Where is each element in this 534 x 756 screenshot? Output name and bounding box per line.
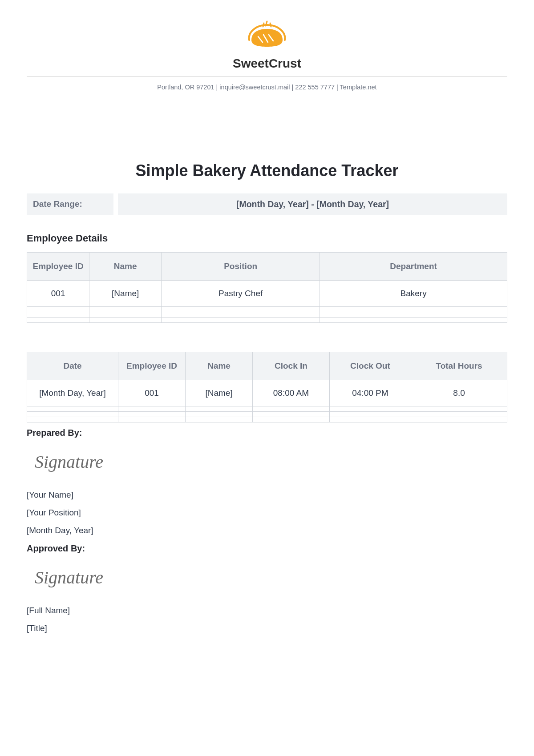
contact-info-line: Portland, OR 97201 | inquire@sweetcrust.… <box>27 82 507 92</box>
table-row-empty <box>27 417 507 422</box>
logo-container: SweetCrust <box>27 18 507 71</box>
table-row-empty <box>27 406 507 412</box>
document-header: SweetCrust Portland, OR 97201 | inquire@… <box>27 18 507 113</box>
cell-employee-id: 001 <box>27 281 89 307</box>
header-divider-top <box>27 76 507 76</box>
cell-name: [Name] <box>186 380 253 406</box>
approved-by-signature: Signature <box>35 567 507 588</box>
cell-clock-out: 04:00 PM <box>329 380 411 406</box>
table-row-empty <box>27 312 507 318</box>
employee-details-table: Employee ID Name Position Department 001… <box>27 252 507 323</box>
cell-department: Bakery <box>320 281 507 307</box>
date-range-gap <box>113 193 118 215</box>
attendance-table: Date Employee ID Name Clock In Clock Out… <box>27 352 507 422</box>
table-header-row: Date Employee ID Name Clock In Clock Out… <box>27 352 507 380</box>
header-divider-bottom <box>27 98 507 98</box>
bakery-logo-icon <box>243 18 291 51</box>
col-header-date: Date <box>27 352 118 380</box>
prepared-by-signature: Signature <box>35 451 507 472</box>
col-header-total-hours: Total Hours <box>411 352 507 380</box>
brand-name: SweetCrust <box>233 56 301 71</box>
cell-clock-in: 08:00 AM <box>253 380 330 406</box>
approved-by-section: Approved By: Signature [Full Name] [Titl… <box>27 543 507 633</box>
prepared-by-label: Prepared By: <box>27 428 507 438</box>
date-range-bar: Date Range: [Month Day, Year] - [Month D… <box>27 193 507 215</box>
table-row-empty <box>27 307 507 312</box>
document-title: Simple Bakery Attendance Tracker <box>27 161 507 180</box>
date-range-label: Date Range: <box>27 193 113 215</box>
col-header-employee-id: Employee ID <box>118 352 186 380</box>
approved-by-name: [Full Name] <box>27 606 507 615</box>
cell-date: [Month Day, Year] <box>27 380 118 406</box>
col-header-name: Name <box>186 352 253 380</box>
cell-total-hours: 8.0 <box>411 380 507 406</box>
col-header-clock-out: Clock Out <box>329 352 411 380</box>
prepared-by-name: [Your Name] <box>27 490 507 500</box>
approved-by-title: [Title] <box>27 623 507 633</box>
approved-by-label: Approved By: <box>27 543 507 554</box>
document-page: SweetCrust Portland, OR 97201 | inquire@… <box>0 0 534 659</box>
prepared-by-date: [Month Day, Year] <box>27 526 507 535</box>
table-row-empty <box>27 412 507 417</box>
col-header-name: Name <box>89 253 162 281</box>
cell-name: [Name] <box>89 281 162 307</box>
employee-details-heading: Employee Details <box>27 233 507 244</box>
date-range-value: [Month Day, Year] - [Month Day, Year] <box>118 193 507 215</box>
table-header-row: Employee ID Name Position Department <box>27 253 507 281</box>
table-row-empty <box>27 318 507 323</box>
col-header-position: Position <box>162 253 320 281</box>
prepared-by-section: Prepared By: Signature [Your Name] [Your… <box>27 428 507 535</box>
table-row: 001 [Name] Pastry Chef Bakery <box>27 281 507 307</box>
col-header-department: Department <box>320 253 507 281</box>
cell-position: Pastry Chef <box>162 281 320 307</box>
table-row: [Month Day, Year] 001 [Name] 08:00 AM 04… <box>27 380 507 406</box>
prepared-by-position: [Your Position] <box>27 508 507 518</box>
cell-employee-id: 001 <box>118 380 186 406</box>
col-header-employee-id: Employee ID <box>27 253 89 281</box>
col-header-clock-in: Clock In <box>253 352 330 380</box>
